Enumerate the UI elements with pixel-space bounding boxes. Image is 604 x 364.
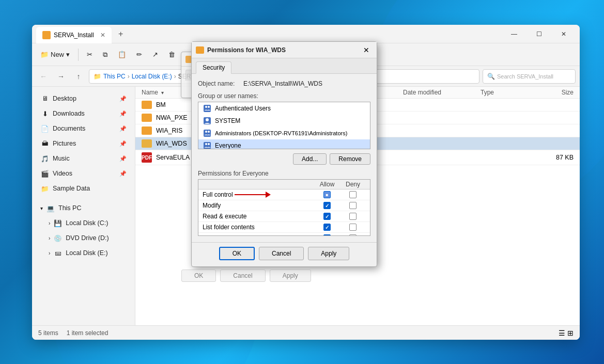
col-type[interactable]: Type: [481, 89, 532, 96]
checkbox-modify-allow[interactable]: [323, 202, 331, 209]
search-box[interactable]: 🔍 Search SERVA_Install: [483, 69, 576, 84]
cancel-button[interactable]: Cancel: [259, 247, 304, 260]
forward-button[interactable]: →: [54, 69, 68, 84]
perm-row-read: Read: [198, 233, 370, 236]
file-name-nwa-pxe: NWA_PXE: [156, 114, 188, 121]
expand-icon-e: ›: [49, 250, 50, 256]
file-name-wia-wds: WIA_WDS: [156, 140, 187, 147]
dialog-footer: OK Cancel Apply: [192, 242, 377, 266]
checkbox-modify-deny[interactable]: [349, 202, 357, 209]
path-sep-1: ›: [128, 73, 130, 80]
sidebar-item-dvd-d[interactable]: › 💿 DVD Drive (D:): [34, 231, 133, 245]
sidebar-label-sample-data: Sample Data: [53, 185, 90, 192]
user-row-everyone[interactable]: Everyone: [198, 139, 370, 149]
checkbox-full-control-allow[interactable]: [323, 191, 331, 198]
new-folder-icon: 📁: [40, 51, 49, 58]
explorer-tab[interactable]: SERVA_Install ✕: [36, 27, 112, 43]
sidebar-item-this-pc[interactable]: ▾ 💻 This PC: [34, 201, 133, 215]
new-tab-button[interactable]: +: [115, 28, 127, 40]
share-button[interactable]: ↗: [148, 49, 162, 60]
new-button[interactable]: 📁 New ▾: [36, 49, 74, 60]
pictures-icon: 🏔: [40, 139, 50, 148]
paste-button[interactable]: 📋: [114, 49, 130, 60]
pin-icon-music: 📌: [119, 155, 127, 162]
user-row-admins[interactable]: Administrators (DESKTOP-RVT6191\Administ…: [198, 127, 370, 139]
sort-arrow: ▾: [161, 90, 164, 96]
maximize-button[interactable]: ☐: [527, 26, 551, 42]
perm-allow-read[interactable]: [314, 234, 340, 236]
apply-button[interactable]: Apply: [308, 247, 349, 260]
add-button[interactable]: Add...: [293, 153, 327, 165]
perm-deny-modify[interactable]: [340, 202, 366, 209]
sidebar-item-local-e[interactable]: › 🖴 Local Disk (E:): [34, 246, 133, 260]
checkbox-read-deny[interactable]: [349, 234, 357, 236]
status-items-count: 5 items: [38, 329, 58, 337]
list-view-button[interactable]: ☰: [559, 329, 565, 337]
permissions-table: Allow Deny Full control Mod: [198, 179, 370, 236]
remove-button[interactable]: Remove: [330, 153, 370, 165]
cut-button[interactable]: ✂: [83, 49, 97, 60]
back-button[interactable]: ←: [36, 69, 51, 84]
permissions-dialog: Permissions for WIA_WDS ✕ Security Objec…: [191, 41, 377, 267]
col-size[interactable]: Size: [532, 89, 574, 96]
perm-allow-list-folder[interactable]: [314, 224, 340, 231]
rename-button[interactable]: ✏: [132, 49, 146, 60]
sidebar-item-videos[interactable]: 🎬 Videos 📌: [34, 166, 133, 181]
perm-deny-full-control[interactable]: [340, 191, 366, 198]
pin-icon-desktop: 📌: [119, 96, 127, 102]
perm-deny-read-execute[interactable]: [340, 213, 366, 220]
perm-allow-modify[interactable]: [314, 202, 340, 209]
sidebar-item-music[interactable]: 🎵 Music 📌: [34, 151, 133, 166]
file-name-bm: BM: [156, 101, 166, 108]
ok-button[interactable]: OK: [219, 247, 255, 260]
dialog-body: Object name: E:\SERVA_Install\WIA_WDS Gr…: [192, 74, 377, 240]
search-icon: 🔍: [487, 73, 495, 80]
checkbox-read-allow[interactable]: [323, 234, 331, 236]
perm-allow-read-execute[interactable]: [314, 213, 340, 220]
dialog-folder-icon: [196, 46, 204, 54]
checkbox-list-folder-allow[interactable]: [323, 224, 331, 231]
sidebar-item-sample-data[interactable]: 📁 Sample Data: [34, 181, 133, 196]
col-date[interactable]: Date modified: [403, 89, 481, 96]
sidebar-item-pictures[interactable]: 🏔 Pictures 📌: [34, 136, 133, 151]
pdf-icon-serva-eula: PDF: [142, 152, 152, 163]
path-this-pc[interactable]: This PC: [103, 73, 126, 80]
tab-close-icon[interactable]: ✕: [100, 31, 105, 39]
search-placeholder: Search SERVA_Install: [497, 73, 553, 80]
sidebar-label-this-pc: This PC: [58, 204, 81, 212]
copy-button[interactable]: ⧉: [99, 49, 112, 61]
minimize-button[interactable]: —: [502, 26, 526, 42]
close-button[interactable]: ✕: [552, 26, 576, 42]
perm-deny-read[interactable]: [340, 234, 366, 236]
file-name-wia-ris: WIA_RIS: [156, 127, 182, 134]
user-name-system: SYSTEM: [215, 117, 240, 124]
dialog-title-text: Permissions for WIA_WDS: [207, 46, 357, 54]
tab-security[interactable]: Security: [196, 61, 231, 74]
delete-button[interactable]: 🗑: [164, 49, 179, 60]
path-local-disk-e[interactable]: Local Disk (E:): [132, 73, 172, 80]
up-button[interactable]: ↑: [71, 69, 86, 84]
perm-allow-full-control[interactable]: [314, 191, 340, 198]
checkbox-list-folder-deny[interactable]: [349, 224, 357, 231]
perm-deny-list-folder[interactable]: [340, 224, 366, 231]
user-row-auth[interactable]: Authenticated Users: [198, 102, 370, 115]
dialog-close-button[interactable]: ✕: [360, 44, 373, 56]
arrow-indicator: [235, 192, 271, 198]
checkbox-read-execute-allow[interactable]: [323, 213, 331, 220]
pin-icon-documents: 📌: [119, 125, 127, 132]
window-controls: — ☐ ✕: [502, 26, 576, 42]
checkbox-read-execute-deny[interactable]: [349, 213, 357, 220]
sidebar-item-local-c[interactable]: › 💾 Local Disk (C:): [34, 216, 133, 230]
users-list[interactable]: Authenticated Users SYSTEM: [198, 102, 370, 149]
path-sep-2: ›: [174, 73, 176, 80]
object-name-value: E:\SERVA_Install\WIA_WDS: [243, 80, 322, 87]
sidebar-item-documents[interactable]: 📄 Documents 📌: [34, 121, 133, 136]
checkbox-full-control-deny[interactable]: [349, 191, 357, 198]
status-bar: 5 items 1 item selected ☰ ⊞: [32, 325, 580, 340]
sidebar-item-desktop[interactable]: 🖥 Desktop 📌: [34, 91, 133, 106]
user-row-system[interactable]: SYSTEM: [198, 115, 370, 127]
perm-name-list-folder: List folder contents: [203, 224, 314, 231]
grid-view-button[interactable]: ⊞: [567, 329, 574, 337]
sidebar-item-downloads[interactable]: ⬇ Downloads 📌: [34, 106, 133, 121]
dvd-d-icon: 💿: [53, 233, 63, 243]
